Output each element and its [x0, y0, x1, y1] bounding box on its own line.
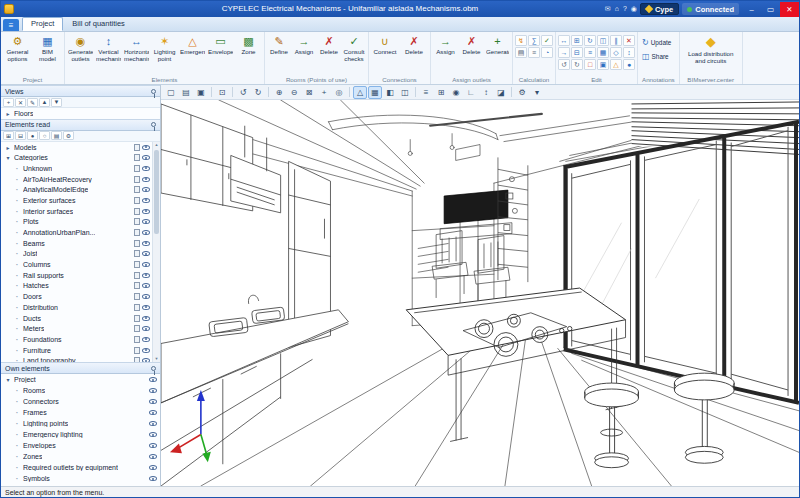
open-icon[interactable]: ▤ — [179, 86, 193, 99]
ribbon-button-delete[interactable]: ✗Delete — [459, 33, 484, 75]
zoom-out-icon[interactable]: ⊖ — [287, 86, 301, 99]
rotate-icon[interactable]: ↻ — [584, 35, 596, 46]
undo-icon[interactable]: ↺ — [236, 86, 250, 99]
tree-item-models[interactable]: ▸Models — [1, 142, 160, 153]
expand-arrow-icon[interactable]: ▸ — [4, 144, 12, 151]
print-icon[interactable]: ⊡ — [215, 86, 229, 99]
tab-project[interactable]: Project — [22, 17, 63, 31]
eye-icon[interactable] — [142, 166, 150, 171]
layer-icon[interactable] — [134, 357, 140, 362]
connected-status[interactable]: Connected — [682, 3, 739, 15]
eye-icon[interactable] — [149, 465, 157, 470]
align-icon[interactable]: ≡ — [584, 47, 596, 58]
redo-icon[interactable]: ↻ — [571, 59, 583, 70]
layer-icon[interactable] — [134, 272, 140, 279]
pin-icon[interactable] — [151, 122, 156, 127]
layer-icon[interactable] — [134, 336, 140, 343]
eye-icon[interactable] — [149, 432, 157, 437]
tree-sheet-icon[interactable]: ▤ — [51, 131, 62, 140]
undo-icon[interactable]: ↺ — [558, 59, 570, 70]
layer-icon[interactable] — [134, 144, 140, 151]
eye-icon[interactable] — [149, 476, 157, 481]
remove-icon[interactable]: ✕ — [15, 98, 26, 107]
eye-icon[interactable] — [142, 294, 150, 299]
eye-icon[interactable] — [142, 241, 150, 246]
app-icon[interactable] — [4, 4, 14, 14]
layer-icon[interactable] — [134, 304, 140, 311]
eye-icon[interactable] — [142, 348, 150, 353]
scrollbar-thumb[interactable] — [154, 150, 159, 234]
tree-item-lighting-points[interactable]: ▪Lighting points — [1, 418, 160, 429]
layer-icon[interactable] — [134, 315, 140, 322]
tree-item-meters[interactable]: ▪Meters — [1, 323, 160, 334]
edit-icon[interactable]: ✎ — [27, 98, 38, 107]
ribbon-button-emergency[interactable]: △Emergency — [179, 33, 206, 75]
tree-item-unknown[interactable]: ▪Unknown — [1, 163, 160, 174]
snap-icon[interactable]: ◉ — [449, 86, 463, 99]
section-icon[interactable]: ◪ — [494, 86, 508, 99]
eye-icon[interactable] — [142, 316, 150, 321]
tree-item-rooms[interactable]: ▪Rooms — [1, 385, 160, 396]
eye-icon[interactable] — [142, 251, 150, 256]
tree-item-connectors[interactable]: ▪Connectors — [1, 396, 160, 407]
tree-item-envelopes[interactable]: ▪Envelopes — [1, 440, 160, 451]
wireframe-icon[interactable]: ▦ — [368, 86, 382, 99]
tree-item-ducts[interactable]: ▪Ducts — [1, 313, 160, 324]
ribbon-button-delete[interactable]: ✗Delete — [317, 33, 341, 75]
list-icon[interactable]: ≡ — [528, 47, 540, 58]
redo-icon[interactable]: ↻ — [251, 86, 265, 99]
bolt-icon[interactable]: ↯ — [515, 35, 527, 46]
eye-icon[interactable] — [142, 177, 150, 182]
layer-icon[interactable] — [134, 208, 140, 215]
eye-icon[interactable] — [149, 388, 157, 393]
app-menu-icon[interactable]: ≡ — [3, 19, 19, 31]
ribbon-button-connect[interactable]: ∪Connect — [371, 33, 399, 75]
ribbon-button-share[interactable]: ◫Share — [640, 50, 677, 63]
ribbon-button-consult-checks[interactable]: ✓Consult checks — [342, 33, 366, 75]
eye-icon[interactable] — [142, 155, 150, 160]
eye-icon[interactable] — [142, 326, 150, 331]
layer-icon[interactable] — [134, 347, 140, 354]
ribbon-button-assign[interactable]: →Assign — [292, 33, 316, 75]
ribbon-button-assign[interactable]: →Assign — [433, 33, 458, 75]
ruler-icon[interactable]: ↕ — [623, 47, 635, 58]
eye-icon[interactable] — [149, 443, 157, 448]
extend-icon[interactable]: → — [558, 47, 570, 58]
home-icon[interactable]: ⌂ — [615, 1, 619, 17]
pie-icon[interactable]: ◔ — [541, 47, 553, 58]
erase-icon[interactable]: □ — [584, 59, 596, 70]
tree-item-symbols[interactable]: ▪Symbols — [1, 473, 160, 484]
move-icon[interactable]: ↔ — [558, 35, 570, 46]
cype-button[interactable]: Cype — [640, 3, 679, 15]
copy-icon[interactable]: ⊞ — [571, 35, 583, 46]
explode-icon[interactable]: △ — [610, 59, 622, 70]
tree-item-floors[interactable]: ▸Floors — [1, 108, 160, 119]
sheet-icon[interactable]: ▤ — [515, 47, 527, 58]
add-icon[interactable]: + — [3, 98, 14, 107]
ribbon-button-vertical-mechanism[interactable]: ↕Vertical mechanism — [95, 33, 122, 75]
up-icon[interactable]: ▲ — [39, 98, 50, 107]
new-icon[interactable]: ▢ — [164, 86, 178, 99]
grid-icon[interactable]: ⊞ — [434, 86, 448, 99]
tree-item-distribution[interactable]: ▪Distribution — [1, 302, 160, 313]
ribbon-button-zone[interactable]: ▩Zone — [235, 33, 262, 75]
tree-collapse-icon[interactable]: ⊟ — [15, 131, 26, 140]
eye-icon[interactable] — [149, 377, 157, 382]
tree-item-plots[interactable]: ▪Plots — [1, 217, 160, 228]
hidden-line-icon[interactable]: ◫ — [398, 86, 412, 99]
layer-icon[interactable] — [134, 197, 140, 204]
dropdown-icon[interactable]: ▾ — [530, 86, 544, 99]
mail-icon[interactable]: ✉ — [605, 1, 611, 17]
pan-icon[interactable]: + — [317, 86, 331, 99]
down-icon[interactable]: ▼ — [51, 98, 62, 107]
eye-icon[interactable] — [142, 358, 150, 362]
tree-expand-icon[interactable]: ⊞ — [3, 131, 14, 140]
ribbon-button-load-distribution-and-circuits[interactable]: ◆Load distribution and circuits — [682, 33, 740, 75]
ribbon-button-delete[interactable]: ✗Delete — [400, 33, 428, 75]
eye-icon[interactable] — [142, 230, 150, 235]
layer-icon[interactable] — [134, 325, 140, 332]
zoom-extents-icon[interactable]: ⊠ — [302, 86, 316, 99]
eye-icon[interactable] — [142, 283, 150, 288]
layer-icon[interactable] — [134, 176, 140, 183]
layer-icon[interactable] — [134, 165, 140, 172]
